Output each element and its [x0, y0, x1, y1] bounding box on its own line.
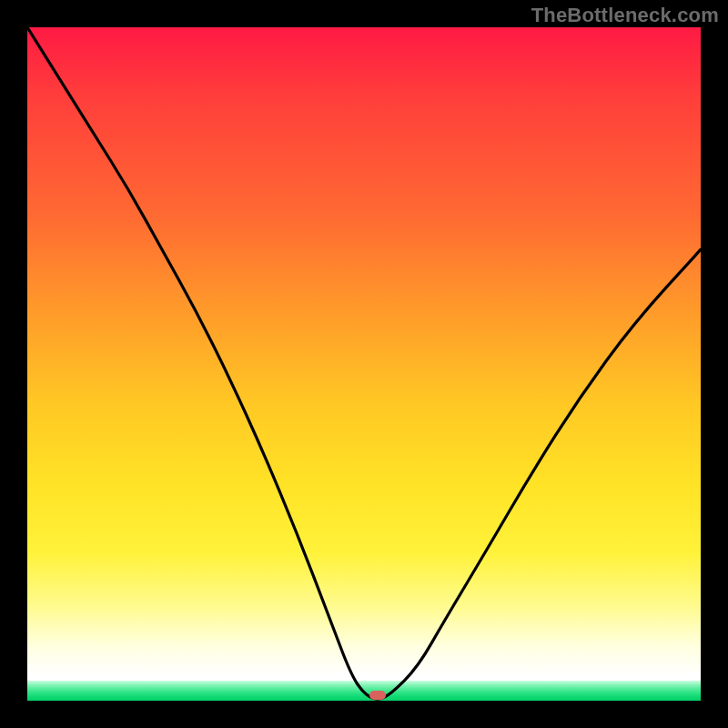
- chart-frame: TheBottleneck.com: [0, 0, 728, 728]
- bottleneck-curve-line: [27, 27, 701, 701]
- valley-marker: [369, 691, 386, 700]
- watermark-text: TheBottleneck.com: [531, 4, 719, 27]
- plot-area: [27, 27, 701, 701]
